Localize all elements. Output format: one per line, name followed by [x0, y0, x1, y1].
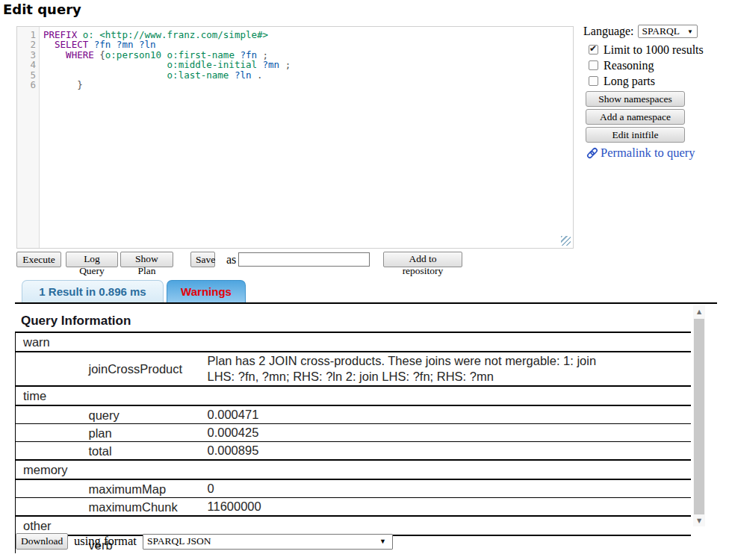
save-name-input[interactable]	[238, 252, 370, 267]
line-number: 2	[17, 40, 36, 49]
line-number: 4	[17, 60, 36, 69]
table-row: maximumMap0	[16, 479, 692, 498]
spacer-cell	[16, 498, 83, 517]
query-code-area[interactable]: PREFIX o: <http://www.franz.com/simple#>…	[40, 27, 573, 248]
spacer-cell	[16, 479, 83, 498]
tab-warnings[interactable]: Warnings	[167, 280, 246, 302]
language-select[interactable]: SPARQL ▼	[638, 25, 698, 38]
query-information-panel: Query Information warnjoinCrossProductPl…	[15, 302, 717, 526]
metric-key: plan	[83, 424, 202, 442]
section-row: memory	[16, 460, 692, 479]
metric-key: joinCrossProduct	[83, 352, 202, 386]
table-row: plan0.000425	[16, 424, 692, 442]
language-selected-value: SPARQL	[642, 25, 680, 37]
line-number: 1	[17, 30, 36, 40]
add-to-repository-button[interactable]: Add to repository	[383, 252, 462, 267]
using-format-label: using format	[74, 534, 137, 549]
download-button[interactable]: Download	[16, 533, 68, 550]
metric-value: 0	[202, 479, 692, 498]
scrollbar-thumb[interactable]	[694, 319, 704, 514]
download-bar: Download using format SPARQL JSON ▼	[16, 533, 393, 550]
line-number: 6	[17, 80, 36, 90]
metric-value: 0.000895	[202, 442, 692, 461]
section-label: memory	[16, 460, 692, 479]
code-line: SELECT ?fn ?mn ?ln	[43, 40, 573, 49]
format-selected-value: SPARQL JSON	[147, 535, 211, 547]
line-number: 5	[17, 70, 36, 80]
section-row: warn	[16, 332, 692, 352]
metric-value: 0.000425	[202, 424, 692, 442]
table-row: total0.000895	[16, 442, 692, 461]
permalink-label: Permalink to query	[601, 146, 695, 161]
chevron-down-icon: ▼	[379, 538, 386, 545]
language-label: Language:	[583, 25, 634, 38]
metric-key: total	[83, 442, 202, 461]
tab-warnings-label: Warnings	[181, 285, 232, 298]
save-as-label: as	[226, 253, 236, 267]
code-line: }	[43, 80, 573, 90]
line-number-gutter: 123456	[17, 27, 40, 248]
edit-initfile-button[interactable]: Edit initfile	[586, 127, 685, 143]
scroll-up-arrow-icon[interactable]: ▲	[693, 305, 705, 317]
code-line: PREFIX o: <http://www.franz.com/simple#>	[43, 30, 573, 40]
query-information-heading: Query Information	[21, 314, 717, 329]
results-scrollbar[interactable]: ▲ ▼	[693, 305, 705, 526]
execute-button[interactable]: Execute	[16, 252, 61, 267]
metric-key: maximumMap	[83, 479, 202, 498]
code-line: o:middle-initial ?mn ;	[43, 60, 573, 69]
tab-results-label: 1 Result in 0.896 ms	[39, 285, 146, 298]
metric-value: 0.000471	[202, 405, 692, 424]
add-namespace-button[interactable]: Add a namespace	[586, 109, 685, 125]
metric-key: maximumChunk	[83, 498, 202, 517]
link-chain-icon	[586, 147, 598, 159]
line-number: 3	[17, 50, 36, 60]
query-editor[interactable]: 123456 PREFIX o: <http://www.franz.com/s…	[16, 26, 574, 249]
long-parts-label: Long parts	[604, 75, 655, 88]
spacer-cell	[16, 424, 83, 442]
show-plan-button[interactable]: Show Plan	[120, 252, 173, 267]
limit-results-label: Limit to 1000 results	[604, 43, 704, 57]
section-row: time	[16, 386, 692, 405]
limit-results-checkbox[interactable]	[589, 45, 598, 55]
section-label: warn	[16, 332, 692, 352]
permalink-to-query-link[interactable]: Permalink to query	[586, 146, 725, 161]
metric-key: query	[83, 405, 202, 424]
scroll-down-arrow-icon[interactable]: ▼	[693, 514, 705, 526]
resize-handle[interactable]	[561, 236, 571, 246]
section-label: time	[16, 386, 692, 405]
query-information-table: warnjoinCrossProductPlan has 2 JOIN cros…	[15, 332, 691, 553]
log-query-button[interactable]: Log Query	[66, 252, 118, 267]
query-options-panel: Language: SPARQL ▼ Limit to 1000 results…	[583, 25, 725, 161]
save-button[interactable]: Save	[190, 252, 215, 267]
chevron-down-icon: ▼	[687, 28, 693, 35]
spacer-cell	[16, 442, 83, 461]
code-line: o:last-name ?ln .	[43, 70, 573, 80]
show-namespaces-button[interactable]: Show namespaces	[586, 91, 685, 107]
long-parts-checkbox[interactable]	[589, 76, 598, 86]
table-row: query0.000471	[16, 405, 692, 424]
reasoning-checkbox[interactable]	[589, 60, 598, 70]
spacer-cell	[16, 405, 83, 424]
table-row: maximumChunk11600000	[16, 498, 692, 517]
action-bar: Execute Log Query Show Plan Save as Add …	[16, 252, 711, 268]
format-select[interactable]: SPARQL JSON ▼	[143, 534, 393, 550]
reasoning-label: Reasoning	[604, 59, 654, 72]
code-line: WHERE {o:person10 o:first-name ?fn ;	[43, 50, 573, 60]
table-row: joinCrossProductPlan has 2 JOIN cross-pr…	[16, 352, 692, 386]
tab-results[interactable]: 1 Result in 0.896 ms	[22, 280, 164, 302]
metric-value: 11600000	[202, 498, 692, 517]
metric-value: Plan has 2 JOIN cross-products. These jo…	[202, 352, 692, 386]
spacer-cell	[16, 352, 83, 386]
page-title: Edit query	[3, 1, 81, 17]
